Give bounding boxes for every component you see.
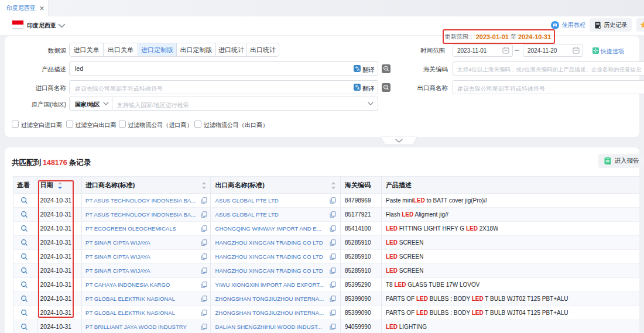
svg-text:A: A [357, 87, 359, 90]
svg-text:A: A [357, 68, 359, 71]
